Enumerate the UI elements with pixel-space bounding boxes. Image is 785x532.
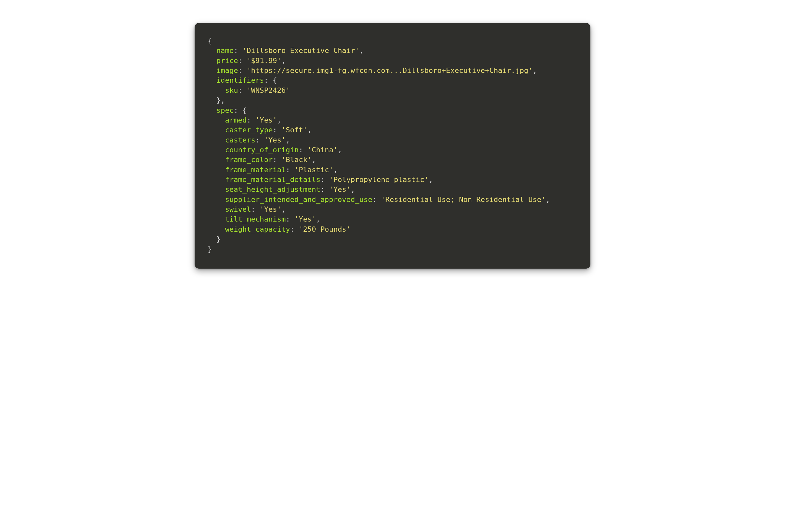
code-key: weight_capacity: [225, 225, 290, 233]
code-line: frame_material_details: 'Polypropylene p…: [208, 175, 577, 185]
code-key: armed: [225, 116, 247, 124]
code-key: frame_material_details: [225, 176, 320, 184]
code-key: sku: [225, 86, 238, 95]
code-line: price: '$91.99',: [208, 56, 577, 66]
code-line: caster_type: 'Soft',: [208, 125, 577, 135]
code-value: 'Yes': [255, 116, 277, 124]
code-line: },: [208, 96, 577, 105]
code-line: tilt_mechanism: 'Yes',: [208, 214, 577, 224]
code-value: 'Plastic': [295, 166, 333, 174]
code-line: swivel: 'Yes',: [208, 205, 577, 214]
code-key: tilt_mechanism: [225, 215, 285, 223]
code-value: 'Soft': [281, 126, 307, 134]
code-line: seat_height_adjustment: 'Yes',: [208, 185, 577, 194]
code-line: weight_capacity: '250 Pounds': [208, 224, 577, 234]
code-value: 'Dillsboro Executive Chair': [243, 46, 359, 55]
code-line: spec: {: [208, 106, 577, 115]
code-value: 'WNSP2426': [247, 86, 290, 95]
code-key: price: [217, 56, 238, 65]
code-block: { name: 'Dillsboro Executive Chair', pri…: [195, 23, 590, 269]
code-key: supplier_intended_and_approved_use: [225, 195, 372, 204]
code-value: 'Yes': [295, 215, 316, 223]
code-line: casters: 'Yes',: [208, 135, 577, 145]
code-value: 'Yes': [264, 136, 285, 144]
code-line: frame_color: 'Black',: [208, 155, 577, 165]
code-line: supplier_intended_and_approved_use: 'Res…: [208, 195, 577, 205]
code-value: 'China': [307, 146, 338, 154]
code-line: identifiers: {: [208, 76, 577, 85]
code-value: 'Polypropylene plastic': [329, 176, 429, 184]
code-key: image: [217, 66, 238, 75]
code-line: }: [208, 244, 577, 254]
code-value: '$91.99': [247, 56, 281, 65]
code-key: seat_height_adjustment: [225, 185, 320, 193]
code-line: frame_material: 'Plastic',: [208, 165, 577, 175]
code-line: name: 'Dillsboro Executive Chair',: [208, 46, 577, 56]
code-value: 'https://secure.img1-fg.wfcdn.com...Dill…: [247, 66, 532, 75]
code-key: swivel: [225, 205, 251, 213]
code-value: 'Black': [281, 156, 312, 164]
code-key: spec: [217, 106, 234, 114]
code-line: {: [208, 36, 577, 46]
code-key: frame_material: [225, 166, 285, 174]
code-key: caster_type: [225, 126, 273, 134]
code-key: country_of_origin: [225, 146, 299, 154]
code-line: sku: 'WNSP2426': [208, 86, 577, 96]
code-line: image: 'https://secure.img1-fg.wfcdn.com…: [208, 66, 577, 76]
code-line: country_of_origin: 'China',: [208, 145, 577, 155]
code-key: name: [217, 46, 234, 55]
code-line: }: [208, 234, 577, 244]
code-key: frame_color: [225, 156, 273, 164]
code-value: 'Yes': [260, 205, 281, 213]
code-line: armed: 'Yes',: [208, 115, 577, 125]
code-key: identifiers: [217, 76, 264, 84]
code-value: 'Residential Use; Non Residential Use': [381, 195, 546, 204]
code-value: '250 Pounds': [299, 225, 351, 233]
code-value: 'Yes': [329, 185, 351, 193]
code-key: casters: [225, 136, 255, 144]
